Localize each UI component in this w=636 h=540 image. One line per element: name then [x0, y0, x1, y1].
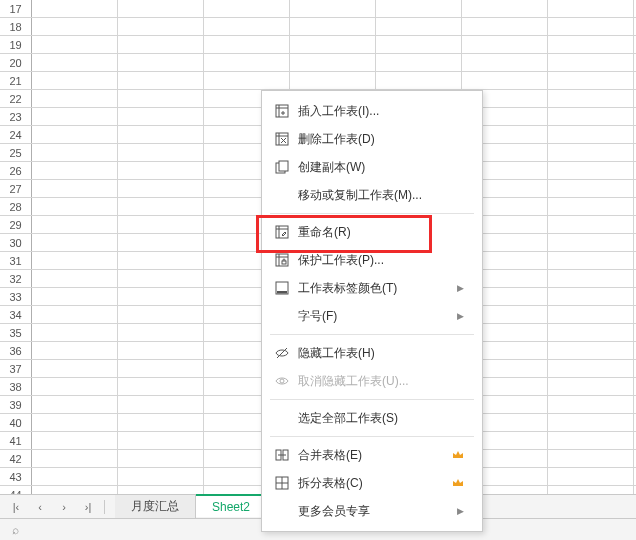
grid-cell[interactable] — [118, 432, 204, 449]
grid-cell[interactable] — [32, 54, 118, 71]
ctx-delete-sheet[interactable]: 删除工作表(D) — [262, 125, 482, 153]
grid-cell[interactable] — [548, 450, 634, 467]
ctx-more-vip[interactable]: 更多会员专享 ▶ — [262, 497, 482, 525]
row-header[interactable]: 33 — [0, 288, 32, 305]
ctx-insert-sheet[interactable]: 插入工作表(I)... — [262, 97, 482, 125]
ctx-hide-sheet[interactable]: 隐藏工作表(H) — [262, 339, 482, 367]
ctx-rename-sheet[interactable]: 重命名(R) — [262, 218, 482, 246]
grid-cell[interactable] — [32, 378, 118, 395]
grid-cell[interactable] — [32, 270, 118, 287]
sheet-tab[interactable]: Sheet2 — [196, 494, 267, 517]
grid-cell[interactable] — [118, 450, 204, 467]
grid-cell[interactable] — [118, 162, 204, 179]
grid-cell[interactable] — [204, 54, 290, 71]
grid-cell[interactable] — [462, 0, 548, 17]
grid-cell[interactable] — [204, 0, 290, 17]
grid-cell[interactable] — [548, 414, 634, 431]
ctx-move-copy-sheet[interactable]: 移动或复制工作表(M)... — [262, 181, 482, 209]
grid-cell[interactable] — [376, 0, 462, 17]
grid-cell[interactable] — [204, 18, 290, 35]
nav-last-button[interactable]: ›| — [78, 498, 98, 516]
grid-cell[interactable] — [290, 72, 376, 89]
grid-cell[interactable] — [548, 468, 634, 485]
row-header[interactable]: 38 — [0, 378, 32, 395]
row-header[interactable]: 35 — [0, 324, 32, 341]
grid-cell[interactable] — [290, 18, 376, 35]
grid-cell[interactable] — [118, 378, 204, 395]
grid-cell[interactable] — [548, 360, 634, 377]
grid-cell[interactable] — [548, 270, 634, 287]
grid-cell[interactable] — [32, 414, 118, 431]
grid-cell[interactable] — [204, 72, 290, 89]
row-header[interactable]: 27 — [0, 180, 32, 197]
grid-cell[interactable] — [32, 468, 118, 485]
grid-cell[interactable] — [548, 252, 634, 269]
grid-cell[interactable] — [548, 432, 634, 449]
ctx-duplicate-sheet[interactable]: 创建副本(W) — [262, 153, 482, 181]
row-header[interactable]: 17 — [0, 0, 32, 17]
row-header[interactable]: 24 — [0, 126, 32, 143]
grid-cell[interactable] — [32, 180, 118, 197]
grid-cell[interactable] — [548, 162, 634, 179]
grid-cell[interactable] — [118, 54, 204, 71]
grid-cell[interactable] — [32, 216, 118, 233]
grid-cell[interactable] — [32, 360, 118, 377]
grid-cell[interactable] — [118, 468, 204, 485]
row-header[interactable]: 32 — [0, 270, 32, 287]
ctx-split-sheet[interactable]: 拆分表格(C) — [262, 469, 482, 497]
grid-cell[interactable] — [118, 72, 204, 89]
ctx-tab-color[interactable]: 工作表标签颜色(T) ▶ — [262, 274, 482, 302]
row-header[interactable]: 31 — [0, 252, 32, 269]
row-header[interactable]: 20 — [0, 54, 32, 71]
row-header[interactable]: 22 — [0, 90, 32, 107]
grid-cell[interactable] — [118, 342, 204, 359]
row-header[interactable]: 39 — [0, 396, 32, 413]
grid-cell[interactable] — [548, 396, 634, 413]
grid-cell[interactable] — [118, 216, 204, 233]
grid-cell[interactable] — [118, 180, 204, 197]
grid-cell[interactable] — [32, 324, 118, 341]
grid-cell[interactable] — [204, 36, 290, 53]
grid-cell[interactable] — [462, 54, 548, 71]
grid-cell[interactable] — [32, 72, 118, 89]
row-header[interactable]: 18 — [0, 18, 32, 35]
nav-first-button[interactable]: |‹ — [6, 498, 26, 516]
grid-cell[interactable] — [32, 306, 118, 323]
row-header[interactable]: 28 — [0, 198, 32, 215]
grid-cell[interactable] — [118, 126, 204, 143]
grid-cell[interactable] — [548, 72, 634, 89]
grid-cell[interactable] — [548, 54, 634, 71]
nav-next-button[interactable]: › — [54, 498, 74, 516]
grid-cell[interactable] — [290, 36, 376, 53]
grid-cell[interactable] — [118, 414, 204, 431]
grid-cell[interactable] — [118, 234, 204, 251]
grid-cell[interactable] — [32, 252, 118, 269]
ctx-merge-sheets[interactable]: 合并表格(E) — [262, 441, 482, 469]
grid-cell[interactable] — [118, 396, 204, 413]
grid-cell[interactable] — [548, 342, 634, 359]
grid-cell[interactable] — [118, 0, 204, 17]
grid-cell[interactable] — [462, 72, 548, 89]
grid-cell[interactable] — [32, 198, 118, 215]
row-header[interactable]: 30 — [0, 234, 32, 251]
grid-cell[interactable] — [548, 0, 634, 17]
row-header[interactable]: 19 — [0, 36, 32, 53]
grid-cell[interactable] — [462, 18, 548, 35]
grid-cell[interactable] — [32, 126, 118, 143]
grid-cell[interactable] — [548, 90, 634, 107]
grid-cell[interactable] — [548, 18, 634, 35]
row-header[interactable]: 25 — [0, 144, 32, 161]
grid-cell[interactable] — [548, 234, 634, 251]
grid-cell[interactable] — [376, 36, 462, 53]
grid-cell[interactable] — [376, 18, 462, 35]
row-header[interactable]: 36 — [0, 342, 32, 359]
grid-cell[interactable] — [118, 360, 204, 377]
row-header[interactable]: 26 — [0, 162, 32, 179]
grid-cell[interactable] — [548, 198, 634, 215]
grid-cell[interactable] — [548, 180, 634, 197]
grid-cell[interactable] — [118, 36, 204, 53]
grid-cell[interactable] — [32, 162, 118, 179]
sheet-tab[interactable]: 月度汇总 — [115, 495, 196, 518]
grid-cell[interactable] — [32, 450, 118, 467]
grid-cell[interactable] — [32, 396, 118, 413]
